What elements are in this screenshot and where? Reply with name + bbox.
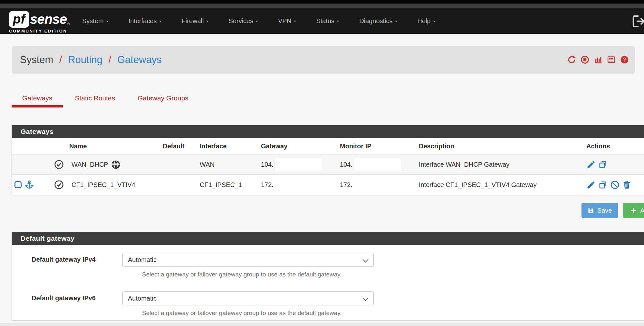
default-gateway-panel: Default gateway Default gateway IPv4Auto… [12, 232, 644, 321]
gateway-description: Interface CF1_IPSEC_1_VTIV4 Gateway [416, 175, 584, 195]
nav-item-vpn[interactable]: VPN▾ [278, 17, 296, 25]
save-icon [588, 207, 594, 214]
chevron-down-icon: ▾ [395, 19, 397, 23]
default-gateway-panel-title: Default gateway [12, 232, 644, 245]
svg-text:?: ? [623, 57, 626, 62]
gateway-online-icon [54, 160, 64, 169]
col-header-default: Default [160, 138, 197, 154]
stop-circle-icon[interactable] [581, 55, 589, 64]
chevron-down-icon [362, 295, 368, 301]
breadcrumb-link-routing[interactable]: Routing [68, 54, 102, 65]
col-header-monitor-ip: Monitor IP [337, 138, 416, 154]
globe-icon [111, 160, 120, 169]
default-gateway-ipv6-select[interactable]: Automatic [122, 291, 374, 305]
chevron-down-icon: ▾ [106, 19, 108, 23]
table-header-row: Name Default Interface Gateway Monitor I… [12, 138, 644, 154]
col-header-interface: Interface [197, 138, 258, 154]
tab-gateways[interactable]: Gateways [12, 92, 63, 107]
default-gateway-ipv6-help: Select a gateway or failover gateway gro… [142, 310, 644, 317]
edit-icon[interactable] [586, 180, 596, 190]
save-button[interactable]: Save [582, 203, 618, 218]
sign-out-icon[interactable] [631, 14, 644, 29]
tab-static-routes[interactable]: Static Routes [64, 92, 126, 107]
pfsense-logo-sense: sense [30, 12, 67, 27]
default-gateway-ipv4-label: Default gateway IPv4 [32, 253, 122, 263]
pfsense-logo[interactable]: pf sense ® COMMUNITY EDITION [9, 11, 70, 33]
add-button[interactable]: Add [623, 203, 644, 218]
chevron-down-icon: ▾ [256, 19, 258, 23]
table-button-row: Save Add [12, 203, 644, 218]
gateway-description: Interface WAN_DHCP Gateway [416, 154, 584, 175]
nav-item-interfaces[interactable]: Interfaces▾ [129, 17, 161, 25]
col-header-gateway: Gateway [258, 138, 337, 154]
chevron-down-icon [362, 256, 368, 262]
window-title-strip [0, 4, 644, 8]
gateways-panel-title: Gateways [12, 125, 644, 138]
default-gateway-ipv6-row: Default gateway IPv6Automatic Select a g… [12, 286, 644, 320]
default-gateway-ipv4-help: Select a gateway or failover gateway gro… [142, 271, 644, 278]
chevron-down-icon: ▾ [433, 19, 435, 23]
delete-icon[interactable] [622, 180, 631, 190]
gateway-interface: CF1_IPSEC_1 [197, 175, 258, 195]
table-row: WAN_DHCP WAN 104. 104. [12, 154, 644, 175]
plus-icon [630, 207, 637, 214]
breadcrumb-link-gateways[interactable]: Gateways [117, 54, 162, 65]
gateway-name: CF1_IPSEC_1_VTIV4 [72, 181, 135, 189]
chevron-down-icon: ▾ [294, 19, 296, 23]
gateway-name: WAN_DHCP [72, 161, 108, 168]
gateways-panel: Gateways Name Default Interface Gateway … [12, 125, 644, 195]
row-checkbox[interactable] [14, 181, 22, 188]
nav-item-firewall[interactable]: Firewall▾ [182, 17, 208, 25]
redacted-value [354, 158, 401, 171]
col-header-name: Name [67, 138, 160, 154]
refresh-icon[interactable] [567, 55, 576, 64]
community-edition-label: COMMUNITY EDITION [9, 29, 70, 33]
breadcrumb-separator: / [109, 54, 111, 65]
gateway-address: 104. [261, 161, 274, 168]
copy-icon[interactable] [598, 180, 608, 190]
edit-icon[interactable] [586, 160, 596, 169]
default-gateway-ipv4-select[interactable]: Automatic [122, 253, 374, 267]
disable-icon[interactable] [610, 180, 620, 190]
default-gateway-ipv4-row: Default gateway IPv4Automatic Select a g… [12, 245, 644, 286]
pfsense-logo-pf: pf [9, 11, 29, 28]
gateway-online-icon [54, 180, 64, 190]
redacted-value [275, 158, 322, 171]
tab-gateway-groups[interactable]: Gateway Groups [127, 92, 199, 107]
chevron-down-icon: ▾ [206, 19, 208, 23]
gateway-default-cell [160, 175, 197, 195]
col-header-description: Description [416, 138, 584, 154]
nav-item-status[interactable]: Status▾ [316, 17, 339, 25]
registered-mark: ® [67, 22, 70, 26]
chevron-down-icon: ▾ [159, 19, 161, 23]
breadcrumb: System / Routing / Gateways [12, 46, 635, 73]
page-content: System / Routing / Gateways [0, 34, 644, 323]
nav-item-help[interactable]: Help▾ [418, 17, 435, 25]
monitor-ip: 104. [340, 161, 352, 168]
col-header-actions: Actions [584, 138, 644, 154]
nav-menu: System▾ Interfaces▾ Firewall▾ Services▾ … [82, 8, 435, 34]
log-list-icon[interactable] [607, 55, 616, 64]
default-gateway-ipv6-label: Default gateway IPv6 [32, 291, 122, 302]
routing-tabs: Gateways Static Routes Gateway Groups [12, 92, 199, 107]
chart-icon[interactable] [594, 55, 602, 64]
nav-item-services[interactable]: Services▾ [229, 17, 258, 25]
monitor-ip: 172. [340, 181, 352, 189]
anchor-icon [24, 180, 34, 190]
help-icon[interactable]: ? [620, 55, 629, 64]
copy-icon[interactable] [598, 160, 608, 169]
gateway-interface: WAN [197, 154, 258, 175]
table-row: CF1_IPSEC_1_VTIV4 CF1_IPSEC_1 172. 172. … [12, 175, 644, 195]
chevron-down-icon: ▾ [337, 19, 339, 23]
breadcrumb-separator: / [59, 54, 62, 65]
gateway-default-cell [160, 154, 197, 175]
nav-item-diagnostics[interactable]: Diagnostics▾ [359, 17, 397, 25]
gateway-address: 172. [261, 181, 274, 189]
nav-item-system[interactable]: System▾ [82, 17, 108, 25]
breadcrumb-section: System [20, 54, 53, 65]
gateways-table: Name Default Interface Gateway Monitor I… [12, 138, 644, 195]
window-top-strip [0, 0, 644, 4]
main-navbar: pf sense ® COMMUNITY EDITION System▾ Int… [0, 8, 644, 34]
